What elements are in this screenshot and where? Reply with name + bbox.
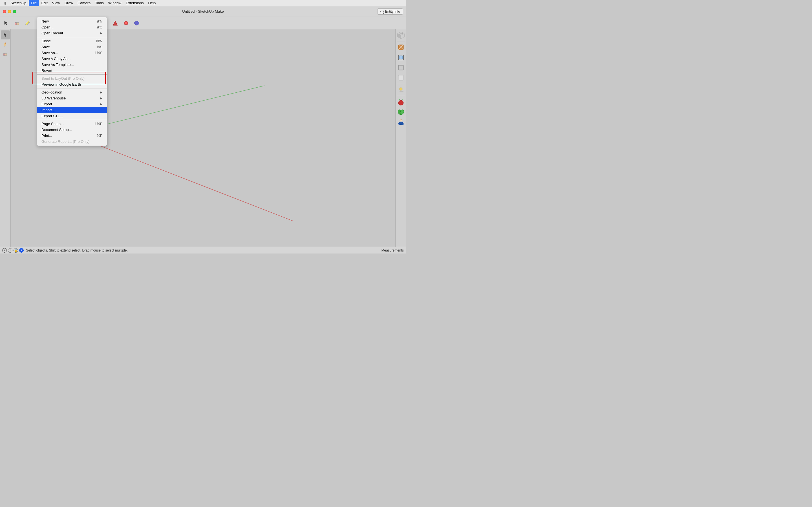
svg-marker-20 (135, 21, 139, 25)
minimize-button[interactable] (8, 10, 11, 13)
menu-item-import[interactable]: Import... (37, 107, 107, 113)
menu-item-revert[interactable]: Revert (37, 68, 107, 73)
menubar:  SketchUp File Edit View Draw Camera To… (0, 0, 406, 6)
menu-item-preview-google[interactable]: Preview in Google Earth (37, 81, 107, 87)
view-menu-item[interactable]: View (50, 0, 62, 6)
svg-line-28 (68, 133, 293, 221)
menu-item-geo-location[interactable]: Geo-location ▶ (37, 89, 107, 95)
menu-item-open[interactable]: Open... ⌘O (37, 24, 107, 30)
menu-item-document-setup[interactable]: Document Setup... (37, 127, 107, 133)
display-tool-button[interactable] (110, 18, 120, 28)
component-tomato-button[interactable] (396, 97, 406, 107)
paint-left-tool[interactable] (1, 40, 10, 49)
maximize-button[interactable] (13, 10, 16, 13)
menu-item-export-stl[interactable]: Export STL... (37, 113, 107, 119)
menu-separator-2 (37, 74, 107, 75)
close-button[interactable] (3, 10, 6, 13)
left-toolbar (0, 29, 11, 247)
help-status-icon: ? (19, 248, 24, 252)
menu-item-save-copy-as[interactable]: Save A Copy As... (37, 56, 107, 62)
file-menu-item[interactable]: File (29, 0, 39, 6)
menu-item-3d-warehouse[interactable]: 3D Warehouse ▶ (37, 95, 107, 101)
svg-text:TOP: TOP (400, 33, 403, 35)
svg-rect-22 (4, 46, 5, 47)
erase-tool-button[interactable] (12, 18, 22, 28)
view-cube-button[interactable]: TOP (396, 31, 406, 40)
right-panel: TOP (395, 29, 406, 247)
menu-item-close[interactable]: Close ⌘W (37, 38, 107, 44)
menu-separator-1 (37, 37, 107, 37)
svg-marker-17 (113, 21, 117, 25)
extensions-menu-item[interactable]: Extensions (123, 0, 146, 6)
svg-rect-25 (3, 54, 5, 55)
menu-item-export[interactable]: Export ▶ (37, 101, 107, 107)
traffic-lights (3, 10, 16, 13)
component-tool-button[interactable] (132, 18, 142, 28)
svg-rect-47 (399, 66, 403, 69)
menu-item-save[interactable]: Save ⌘S (37, 44, 107, 50)
entity-info-label: Entity Info (385, 10, 400, 13)
paint-tool-button[interactable] (121, 18, 131, 28)
svg-point-51 (398, 100, 403, 105)
camera-menu-item[interactable]: Camera (75, 0, 93, 6)
measurements-label: Measurements (382, 248, 404, 252)
svg-rect-1 (15, 22, 17, 25)
file-dropdown-menu: New ⌘N Open... ⌘O Open Recent ▶ Close ⌘W… (37, 17, 107, 146)
svg-point-50 (400, 91, 403, 93)
titlebar: Untitled - SketchUp Make Entity Info (0, 6, 406, 17)
style-shaded-button[interactable] (396, 63, 406, 72)
apple-menu[interactable]:  (2, 0, 8, 6)
menu-item-new[interactable]: New ⌘N (37, 18, 107, 24)
style-solid-button[interactable] (396, 73, 406, 82)
window-title: Untitled - SketchUp Make (182, 9, 223, 13)
menu-item-page-setup[interactable]: Page Setup... ⇧⌘P (37, 121, 107, 127)
svg-point-55 (400, 119, 402, 121)
pencil-tool-button[interactable] (22, 18, 33, 28)
menu-item-print[interactable]: Print... ⌘P (37, 133, 107, 138)
draw-menu-item[interactable]: Draw (62, 0, 75, 6)
component-figure-button[interactable] (396, 117, 406, 127)
svg-point-49 (400, 88, 402, 91)
menu-item-send-to-layout: Send to LayOut (Pro Only) (37, 75, 107, 81)
statusbar: ↖ i 🔒 ? Select objects. Shift to extend … (0, 247, 406, 253)
svg-rect-54 (401, 114, 401, 115)
info-status-icon: i (8, 248, 12, 252)
menu-item-save-as[interactable]: Save As... ⇧⌘S (37, 50, 107, 56)
window-menu-item[interactable]: Window (106, 0, 123, 6)
menu-item-generate-report: Generate Report... (Pro Only) (37, 138, 107, 145)
entity-info-button[interactable]: Entity Info (377, 8, 403, 15)
svg-rect-45 (399, 56, 403, 59)
select-left-tool[interactable] (1, 31, 10, 40)
search-icon (380, 10, 384, 13)
menu-item-save-as-template[interactable]: Save As Template... (37, 62, 107, 68)
sketchup-menu[interactable]: SketchUp (8, 0, 29, 6)
status-message: Select objects. Shift to extend select. … (26, 248, 128, 252)
eraser-left-tool[interactable] (1, 50, 10, 59)
shadows-button[interactable] (396, 85, 406, 95)
svg-point-23 (5, 43, 6, 44)
svg-point-19 (125, 22, 127, 24)
edit-menu-item[interactable]: Edit (39, 0, 50, 6)
toolbar-separator-1 (34, 19, 34, 27)
menu-separator-4 (37, 120, 107, 120)
help-menu-item[interactable]: Help (146, 0, 158, 6)
lock-status-icon: 🔒 (13, 248, 18, 252)
menu-item-open-recent[interactable]: Open Recent ▶ (37, 30, 107, 36)
component-plant-button[interactable] (396, 107, 406, 117)
style-edges-button[interactable] (396, 43, 406, 52)
menu-separator-3 (37, 88, 107, 89)
status-icons: ↖ i 🔒 ? (2, 248, 24, 252)
arrow-status-icon: ↖ (2, 248, 7, 252)
style-wireframe-button[interactable] (396, 53, 406, 62)
svg-rect-48 (398, 75, 403, 80)
tools-menu-item[interactable]: Tools (93, 0, 106, 6)
right-separator-2 (397, 83, 405, 84)
select-tool-button[interactable] (1, 18, 11, 28)
